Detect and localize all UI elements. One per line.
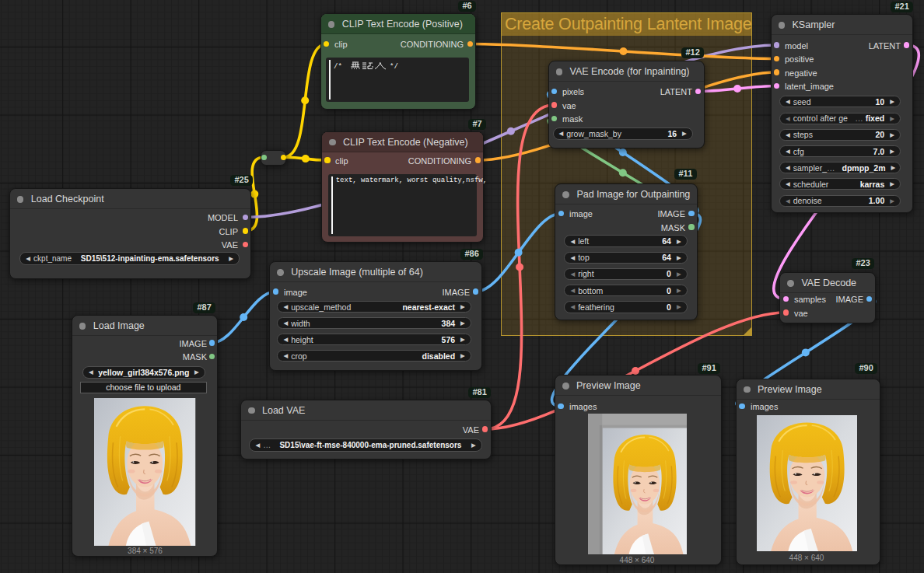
svg-text:*/: */	[390, 62, 398, 70]
svg-text:/*: /*	[334, 62, 342, 70]
